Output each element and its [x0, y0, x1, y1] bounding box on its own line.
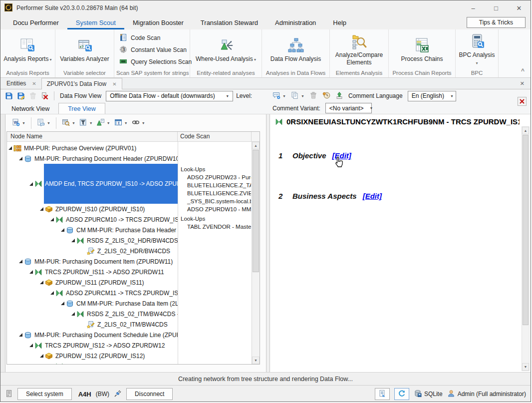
maximize-button[interactable]: □ [485, 0, 508, 15]
ribbon-button[interactable]: Analyze/Compare Elements [332, 33, 386, 66]
ribbon-button[interactable]: x? Variables Analyzer [60, 37, 109, 63]
comment-language-select[interactable]: En (English)▼ [408, 91, 456, 101]
comment-variant-select[interactable]: <No variant>▼ [325, 103, 372, 113]
ribbon-button[interactable]: 1 Constant Value Scan [119, 45, 187, 55]
tips-and-tricks-button[interactable]: Tips & Tricks [467, 17, 526, 28]
expand-arrow-icon[interactable] [59, 302, 66, 305]
expand-arrow-icon[interactable] [17, 333, 24, 337]
expand-arrow-icon[interactable] [38, 207, 45, 211]
expand-arrow-icon[interactable] [17, 157, 24, 160]
menu-item[interactable]: System Scout [67, 16, 124, 29]
tree-node-row[interactable]: AMDP End, TRCS ZPURDW_IS10 -> ADSO ZPURD… [7, 164, 178, 204]
tab-close-icon[interactable]: ✕ [112, 81, 116, 87]
pane-close-icon[interactable]: ✕ [520, 80, 525, 87]
node-name-column-header[interactable]: Node Name [7, 132, 178, 141]
expand-arrow-icon[interactable] [49, 218, 55, 221]
ribbon-button[interactable]: Code Scan [119, 33, 160, 43]
ribbon-collapse-icon[interactable]: ^ [521, 67, 525, 74]
document-tab[interactable]: Entities ✕ [1, 78, 41, 89]
menu-item[interactable]: Migration Booster [124, 16, 192, 29]
tree-node-row[interactable]: AMDP Start, ADSO ZPURCM12 -> TRCS ZPURDW… [7, 361, 178, 364]
expand-arrow-icon[interactable] [17, 260, 24, 263]
tree-node-row[interactable]: TRCS ZPURDW_IS12 -> ADSO ZPURDW12 [7, 340, 178, 351]
menu-item[interactable]: Docu Performer [4, 16, 67, 29]
document-tab[interactable]: ZPURV01's Data Flow ✕ [41, 78, 122, 89]
minimize-button[interactable]: – [462, 0, 485, 15]
save-edit-icon[interactable] [15, 91, 26, 101]
menu-item[interactable]: Administration [266, 16, 324, 29]
user-status[interactable]: Admin (Full administrator) [447, 390, 526, 399]
comment-copy-icon [291, 91, 299, 101]
expand-arrow-icon[interactable] [70, 312, 76, 316]
document-export-button[interactable] [375, 388, 390, 400]
comment-tool[interactable] [308, 90, 319, 102]
refresh-button[interactable] [394, 388, 409, 400]
comment-tool[interactable] [321, 90, 332, 102]
scroll-thumb[interactable] [253, 150, 259, 272]
expand-arrow-icon[interactable] [38, 281, 45, 284]
ribbon-button[interactable]: Query Selections Scan [119, 57, 192, 67]
comment-tool[interactable] [334, 90, 345, 102]
view-tab[interactable]: Network View [2, 103, 58, 114]
expand-arrow-icon[interactable] [70, 239, 76, 242]
select-system-button[interactable]: Select system [17, 388, 72, 400]
left-splitter-strip[interactable] [0, 114, 5, 372]
tree-node-row[interactable]: ADSO ZPURCM10 -> TRCS ZPURDW_IS10 [7, 214, 178, 225]
tree-node-row[interactable]: MM-PUR: Purchasing Document Header (ZPUR… [7, 153, 178, 164]
expand-arrow-icon[interactable] [38, 354, 45, 358]
tree-scrollbar[interactable]: ▲ ▼ [252, 142, 260, 364]
scroll-down-icon[interactable]: ▼ [252, 357, 260, 364]
edit-business-aspects-link[interactable]: [Edit] [363, 192, 382, 200]
tree-node-row[interactable]: ZPURDW_IS11 (ZPURDW_IS11) [7, 277, 178, 288]
ribbon-button[interactable]: Analysis Reports ▾ [3, 37, 51, 63]
scroll-up-icon[interactable]: ▲ [522, 127, 529, 134]
code-scan-column-header[interactable]: Code Scan [178, 132, 252, 141]
expand-arrow-icon[interactable] [49, 291, 55, 295]
code-scan-item: BLUETELLIGENCE.Z_TAB... [181, 181, 251, 189]
tree-node-row[interactable]: Z_2LIS_02_HDR/BW4CDS [7, 246, 178, 256]
data-flow-view-select[interactable]: Offline Data Flow - default (downwards)▼ [106, 91, 233, 101]
tree-node-row[interactable]: MM-PUR: Purchasing Document Item (ZPURDW… [7, 256, 178, 267]
tree-node-row[interactable]: TRCS ZPURDW_IS11 -> ADSO ZPURDW11 [7, 267, 178, 277]
tree-node-row[interactable]: CM MM-PUR: Purchase Data Header (2LIS_02… [7, 225, 178, 235]
expand-arrow-icon[interactable] [59, 228, 66, 232]
ribbon-button[interactable]: BPC Analysis ▾ [458, 33, 496, 66]
comment-tool[interactable]: ▼ [289, 90, 306, 102]
menu-item[interactable]: Translation Steward [192, 16, 266, 29]
tree-node-row[interactable]: MM-PUR: Purchase Overview (ZPURV01) [7, 143, 178, 153]
ribbon-button[interactable]: Data Flow Analysis [270, 37, 321, 63]
tab-close-icon[interactable]: ✕ [32, 81, 36, 86]
comment-tool[interactable]: ▼ [271, 90, 287, 102]
tree-node-row[interactable]: ZPURDW_IS12 (ZPURDW_IS12) [7, 351, 178, 361]
save-icon[interactable] [3, 91, 14, 101]
ribbon-button[interactable]: Where-Used Analysis ▾ [196, 37, 256, 63]
tree-node-row[interactable]: ADSO ZPURCM11 -> TRCS ZPURDW_IS11 [7, 288, 178, 298]
close-button[interactable]: ✕ [508, 0, 531, 15]
tree-node-row[interactable]: Z_2LIS_02_ITM/BW4CDS [7, 319, 178, 330]
panel-splitter[interactable] [266, 114, 270, 372]
disconnect-button[interactable]: Disconnect [126, 388, 173, 400]
tree-node-row[interactable]: ZPURDW_IS10 (ZPURDW_IS10) [7, 204, 178, 214]
comment-scrollbar[interactable]: ▲ ▼ [522, 126, 530, 371]
tree-node-row[interactable]: CM MM-PUR: Purchase Data Item (2LIS_02_I… [7, 298, 178, 309]
discard-icon[interactable] [39, 91, 50, 101]
view-tab[interactable]: Tree View [58, 103, 105, 114]
toolbar-band: Data Flow View Offline Data Flow - defau… [0, 89, 531, 114]
menu-item[interactable]: Help [324, 16, 355, 29]
expand-arrow-icon[interactable] [28, 182, 34, 186]
scroll-thumb[interactable] [523, 135, 529, 325]
scroll-up-icon[interactable]: ▲ [252, 142, 260, 149]
close-panel-button[interactable] [518, 97, 527, 106]
tree-node-row[interactable]: RSDS Z_2LIS_02_ITM/BW4CDS -> ADSO [7, 309, 178, 319]
tree-node-row[interactable]: MM-PUR: Purchasing Document Schedule Lin… [7, 330, 178, 340]
expand-arrow-icon[interactable] [7, 146, 13, 150]
ribbon-group-caption: Analysis Reports [2, 69, 53, 77]
scroll-down-icon[interactable]: ▼ [522, 363, 529, 371]
tree-node-row[interactable]: RSDS Z_2LIS_02_HDR/BW4CDS -> ADSO [7, 235, 178, 246]
delete-icon[interactable] [27, 91, 38, 101]
comment-upload-icon [335, 91, 343, 101]
ribbon-button[interactable]: Process Chains [401, 37, 443, 63]
expand-arrow-icon[interactable] [28, 270, 34, 274]
expand-arrow-icon[interactable] [28, 344, 34, 347]
tree-node-label: AMDP End, TRCS ZPURDW_IS10 -> ADSO ZPURD… [45, 180, 178, 187]
